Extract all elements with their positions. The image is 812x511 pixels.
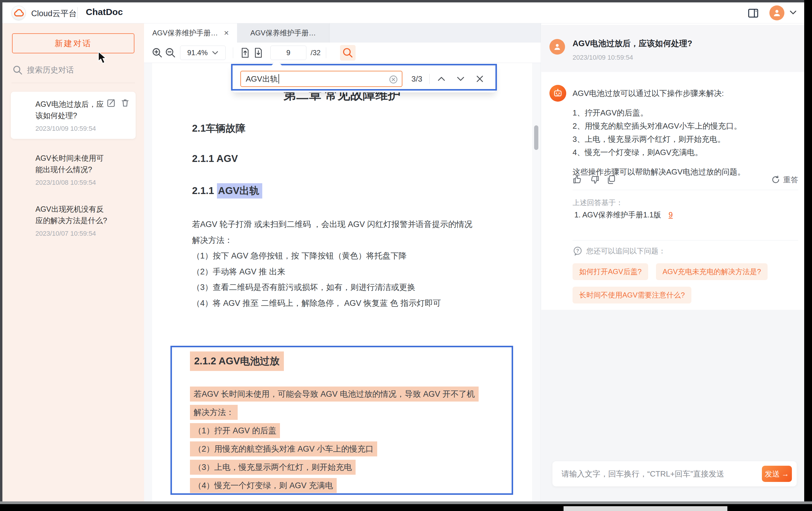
doc-line: （4）将 AGV 推至 二维码上，解除急停， AGV 恢复蓝 色 指示灯即可: [192, 295, 473, 311]
send-arrow-icon: →: [782, 470, 789, 478]
followup-section-label: ? 您还可以追问以下问题：: [573, 246, 666, 256]
screen-frame-top: [0, 0, 804, 2]
question-user-avatar: [549, 39, 565, 55]
answer-actions: 重答: [573, 175, 798, 185]
history-item-time: 2023/10/09 10:59:54: [35, 125, 96, 132]
question-block: AGV电池过放后，应该如何处理? 2023/10/09 10:59:54: [541, 25, 804, 72]
history-item-active[interactable]: AGV电池过放后，应该如何处理? 2023/10/09 10:59:54: [11, 92, 136, 139]
page-number-input[interactable]: [270, 46, 307, 60]
doc-line-highlighted: 若AGV 长时间未使用，可能会导致 AGV 电池过放的情况，导致 AGV 开不了…: [190, 387, 478, 401]
doc-line-highlighted: （2）用慢充的航空插头对准 AGV 小车上的慢充口: [190, 442, 377, 456]
document-search-icon[interactable]: [340, 45, 356, 61]
history-item-time: 2023/10/07 10:59:54: [35, 230, 96, 238]
citation-source: 1. AGV保养维护手册1.1版 9: [574, 210, 673, 220]
citation-source-name: 1. AGV保养维护手册1.1版: [574, 211, 661, 219]
answer-step: 1、拧开AGV的后盖。: [573, 106, 742, 119]
tab-label: AGV保养维护手册…: [152, 28, 218, 38]
answer-step: 4、慢充一个灯变绿，则AGV充满电。: [573, 146, 742, 159]
document-tabbar: AGV保养维护手册… × AGV保养维护手册…: [144, 23, 541, 42]
citation-highlight-box: 2.1.2 AGV电池过放 若AGV 长时间未使用，可能会导致 AGV 电池过放…: [170, 346, 513, 495]
vertical-scrollbar-thumb[interactable]: [534, 125, 538, 150]
search-history-label: 搜索历史对话: [27, 65, 74, 75]
refresh-icon: [771, 175, 780, 184]
doc-line: （2）手动将 AGV 推 出来: [192, 264, 473, 280]
cloud-icon: [13, 9, 24, 17]
question-time: 2023/10/09 10:59:54: [573, 54, 633, 61]
cloud-logo: [11, 6, 26, 20]
history-item-time: 2023/10/08 10:59:54: [35, 179, 96, 186]
answer-step: 3、上电，慢充显示两个红灯，则开始充电。: [573, 132, 742, 146]
search-history-control[interactable]: 搜索历史对话: [12, 65, 74, 75]
doc-heading: 2.1.1 AGV: [192, 153, 238, 164]
zoom-in-icon[interactable]: [151, 46, 164, 59]
thumbs-up-icon[interactable]: [573, 175, 583, 185]
brand-name: Cloud云平台: [31, 8, 77, 19]
answer-steps: 1、拧开AGV的后盖。 2、用慢充的航空插头对准AGV小车上的慢充口。 3、上电…: [573, 106, 742, 159]
mouse-cursor: [96, 51, 109, 65]
doc-line-highlighted: （3）上电，慢充显示两个红灯，则开始充电: [190, 460, 356, 475]
citation-page-link[interactable]: 9: [669, 211, 673, 219]
followup-chip[interactable]: 如何打开AGV后盖?: [573, 263, 648, 280]
followup-chip[interactable]: AGV充电未充电的解决方法是?: [656, 263, 767, 280]
history-item[interactable]: AGV出现死机没有反应的解决方法是什么? 2023/10/07 10:59:54: [11, 197, 136, 242]
highlighted-paragraphs: 若AGV 长时间未使用，可能会导致 AGV 电池过放的情况，导致 AGV 开不了…: [190, 387, 512, 493]
divider: [573, 190, 798, 190]
screen-frame-bottom-strip: [0, 502, 812, 504]
history-item[interactable]: AGV长时间未使用可能出现什么情况? 2023/10/08 10:59:54: [11, 146, 136, 191]
followup-chips: 如何打开AGV后盖? AGV充电未充电的解决方法是? 长时间不使用AGV需要注意…: [573, 263, 783, 303]
app-header: Cloud云平台 ChatDoc: [2, 2, 804, 23]
toolbar-divider: [326, 48, 326, 58]
chat-panel: AGV电池过放后，应该如何处理? 2023/10/09 10:59:54 AGV…: [541, 23, 804, 502]
reading-pane-icon[interactable]: [747, 7, 759, 19]
user-avatar[interactable]: [770, 5, 784, 20]
zoom-out-icon[interactable]: [164, 46, 177, 59]
regenerate-button[interactable]: 重答: [771, 175, 798, 185]
doc-line: （1）按下 AGV 急停按钮，按 下降按钮（黄色）将托盘下降: [192, 248, 473, 264]
close-icon[interactable]: ×: [224, 29, 229, 37]
history-item-title: AGV电池过放后，应该如何处理?: [35, 98, 110, 121]
conversation-sidebar: 新建对话 搜索历史对话 AGV电池过放后，应该如何处理? 2023/10/09 …: [2, 23, 144, 502]
assistant-avatar-robot-icon: [549, 85, 566, 102]
next-page-icon[interactable]: [252, 46, 265, 59]
answer-step: 2、用慢充的航空插头对准AGV小车上的慢充口。: [573, 119, 742, 132]
doc-line-highlighted: （1）拧开 AGV 的后盖: [190, 423, 280, 438]
doc-line-highlighted: 解决方法：: [190, 405, 238, 420]
new-chat-button[interactable]: 新建对话: [12, 33, 135, 53]
tab-document-active[interactable]: AGV保养维护手册… ×: [144, 23, 237, 42]
doc-line: 若AGV 轮子打滑 或未扫到二维码 ，会出现 AGV 闪红灯报警并语音提示的情况: [192, 216, 473, 232]
search-match-highlight: AGV出轨: [217, 183, 263, 199]
doc-paragraphs: 若AGV 轮子打滑 或未扫到二维码 ，会出现 AGV 闪红灯报警并语音提示的情况…: [192, 216, 473, 311]
doc-line: 解决方法：: [192, 232, 473, 248]
tab-document[interactable]: AGV保养维护手册…: [237, 23, 329, 42]
send-label: 发送: [765, 469, 780, 479]
history-item-title: AGV长时间未使用可能出现什么情况?: [35, 152, 110, 175]
previous-page-icon[interactable]: [238, 46, 252, 59]
regenerate-label: 重答: [783, 175, 798, 185]
history-item-title: AGV出现死机没有反应的解决方法是什么?: [35, 203, 110, 226]
doc-heading-with-match: 2.1.1 AGV出轨: [192, 184, 262, 198]
followup-label-text: 您还可以追问以下问题：: [586, 246, 666, 256]
pdf-page: 第二章 常见故障维护 2.1车辆故障 2.1.1 AGV 2.1.1 AGV出轨…: [152, 63, 532, 502]
document-scroll-area[interactable]: 第二章 常见故障维护 2.1车辆故障 2.1.1 AGV 2.1.1 AGV出轨…: [144, 63, 541, 502]
doc-line-highlighted: （4）慢充一个灯变绿，则 AGV 充满电: [190, 478, 337, 493]
followup-chip[interactable]: 长时间不使用AGV需要注意什么?: [573, 287, 691, 303]
question-text: AGV电池过放后，应该如何处理?: [573, 38, 692, 49]
doc-heading: 2.1车辆故障: [192, 122, 245, 135]
tab-label: AGV保养维护手册…: [250, 28, 316, 38]
zoom-level-value: 91.4%: [187, 49, 208, 57]
chat-message-input[interactable]: [561, 469, 762, 479]
citation-label: 上述回答基于：: [573, 198, 623, 208]
doc-line: （3）查看二维码是否有脏污或损坏，如有，则进行清洁或更换: [192, 279, 473, 295]
svg-text:?: ?: [576, 248, 579, 253]
page-title: ChatDoc: [86, 7, 123, 17]
thumbs-down-icon[interactable]: [589, 175, 600, 185]
edit-icon[interactable]: [107, 98, 116, 108]
pdf-viewer: AGV保养维护手册… × AGV保养维护手册… 91.4%: [144, 23, 541, 502]
delete-icon[interactable]: [121, 98, 129, 108]
page-total-label: /32: [311, 49, 320, 57]
search-icon: [12, 65, 23, 75]
copy-icon[interactable]: [606, 175, 616, 185]
account-chevron-down-icon[interactable]: [789, 9, 798, 16]
send-button[interactable]: 发送 →: [762, 466, 792, 482]
zoom-level-select[interactable]: 91.4%: [180, 46, 226, 60]
